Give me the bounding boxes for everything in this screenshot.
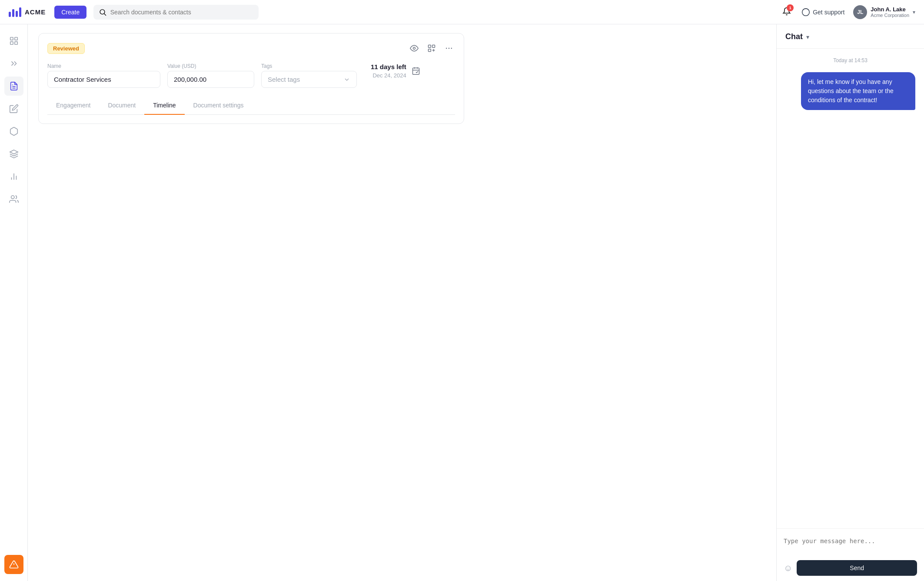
value-field-group: Value (USD) (167, 63, 254, 88)
value-label: Value (USD) (167, 63, 254, 69)
deadline-date: Dec 24, 2024 (372, 72, 406, 79)
search-icon (99, 8, 107, 17)
svg-rect-6 (14, 42, 17, 44)
svg-point-2 (802, 8, 810, 16)
content-area: Reviewed Name (28, 24, 776, 581)
document-header: Reviewed (47, 42, 455, 54)
user-name: John A. Lake (871, 6, 909, 13)
notification-badge: 1 (787, 4, 794, 11)
value-input[interactable] (167, 71, 254, 88)
notification-button[interactable]: 1 (781, 5, 793, 19)
logo-text: ACME (25, 8, 46, 16)
alert-icon (9, 560, 19, 569)
search-input[interactable] (110, 9, 253, 16)
create-button[interactable]: Create (54, 6, 86, 19)
tags-label: Tags (261, 63, 357, 69)
user-company: Acme Corporation (871, 13, 909, 18)
tab-document[interactable]: Document (99, 97, 144, 115)
eye-icon (410, 44, 419, 53)
svg-marker-9 (10, 150, 17, 154)
tab-timeline[interactable]: Timeline (144, 97, 184, 115)
emoji-button[interactable]: ☺ (784, 563, 792, 573)
chat-timestamp: Today at 14:53 (785, 57, 915, 63)
document-tabs: Engagement Document Timeline Document se… (47, 97, 455, 115)
svg-rect-5 (10, 42, 13, 44)
user-info: John A. Lake Acme Corporation (871, 6, 909, 18)
deadline-area: 11 days left Dec 24, 2024 (371, 63, 406, 79)
deadline-edit-button[interactable] (410, 65, 422, 77)
eye-button[interactable] (408, 42, 420, 54)
chat-input-area: ☺ Send (777, 528, 924, 581)
svg-line-1 (104, 13, 106, 15)
share-icon (427, 44, 436, 53)
search-bar (93, 5, 259, 20)
chat-input-row: ☺ Send (784, 560, 917, 576)
svg-rect-19 (429, 49, 431, 52)
contacts-icon (9, 194, 19, 204)
status-badge: Reviewed (47, 43, 85, 54)
document-panel: Reviewed Name (38, 33, 464, 124)
svg-point-20 (446, 48, 447, 49)
chat-input[interactable] (784, 534, 917, 555)
svg-point-0 (100, 9, 105, 14)
sidebar-item-expand[interactable] (4, 54, 23, 73)
nav-right: 1 Get support JL John A. Lake Acme Corpo… (781, 5, 915, 19)
avatar: JL (853, 5, 867, 19)
svg-rect-23 (412, 68, 419, 74)
user-chevron-icon: ▾ (913, 9, 915, 15)
chat-header: Chat ▾ (777, 24, 924, 49)
chat-collapse-icon[interactable]: ▾ (806, 33, 809, 40)
svg-point-16 (413, 47, 415, 50)
send-button[interactable]: Send (797, 560, 917, 576)
sidebar-item-edit[interactable] (4, 99, 23, 118)
logo-area: ACME (9, 7, 46, 17)
chevron-down-icon (343, 76, 350, 83)
chevrons-right-icon (9, 59, 19, 68)
avatar-initials: JL (857, 9, 863, 15)
name-input[interactable] (47, 71, 160, 88)
svg-rect-3 (10, 37, 13, 40)
layers-icon (9, 149, 19, 159)
box-icon (9, 127, 19, 136)
sidebar-item-layers[interactable] (4, 144, 23, 164)
tags-placeholder: Select tags (268, 76, 300, 83)
document-icon (9, 81, 19, 91)
sidebar-item-alert[interactable] (4, 555, 23, 574)
sidebar-item-dashboard[interactable] (4, 31, 23, 50)
chat-title: Chat (785, 32, 803, 41)
sidebar-item-documents[interactable] (4, 77, 23, 96)
svg-point-13 (11, 196, 14, 199)
sidebar-item-reports[interactable] (4, 167, 23, 186)
svg-rect-17 (429, 45, 431, 48)
logo-icon (9, 7, 21, 17)
tags-field-group: Tags Select tags (261, 63, 357, 88)
more-horizontal-icon (445, 44, 453, 53)
sidebar (0, 24, 28, 581)
tab-document-settings[interactable]: Document settings (185, 97, 253, 115)
bar-chart-icon (9, 172, 19, 181)
dashboard-icon (9, 36, 19, 46)
sidebar-item-contacts[interactable] (4, 190, 23, 209)
support-label: Get support (813, 9, 844, 16)
name-field-group: Name (47, 63, 160, 88)
deadline-days: 11 days left (371, 63, 406, 70)
share-button[interactable] (425, 42, 438, 54)
deadline-group: 11 days left Dec 24, 2024 (364, 63, 422, 79)
chat-panel: Chat ▾ Today at 14:53 Hi, let me know if… (776, 24, 924, 581)
edit-icon (9, 104, 19, 114)
headphone-icon (801, 8, 810, 17)
top-nav: ACME Create 1 Get support JL John A. Lak… (0, 0, 924, 24)
tab-engagement[interactable]: Engagement (47, 97, 99, 115)
get-support-button[interactable]: Get support (801, 8, 844, 17)
more-options-button[interactable] (443, 42, 455, 54)
chat-message-out: Hi, let me know if you have any question… (801, 72, 915, 110)
calendar-edit-icon (412, 67, 420, 75)
name-label: Name (47, 63, 160, 69)
svg-rect-18 (432, 45, 435, 48)
tags-select[interactable]: Select tags (261, 71, 357, 88)
sidebar-item-products[interactable] (4, 122, 23, 141)
svg-rect-4 (14, 37, 17, 40)
main-layout: Reviewed Name (0, 24, 924, 581)
user-area[interactable]: JL John A. Lake Acme Corporation ▾ (853, 5, 915, 19)
document-actions (408, 42, 455, 54)
